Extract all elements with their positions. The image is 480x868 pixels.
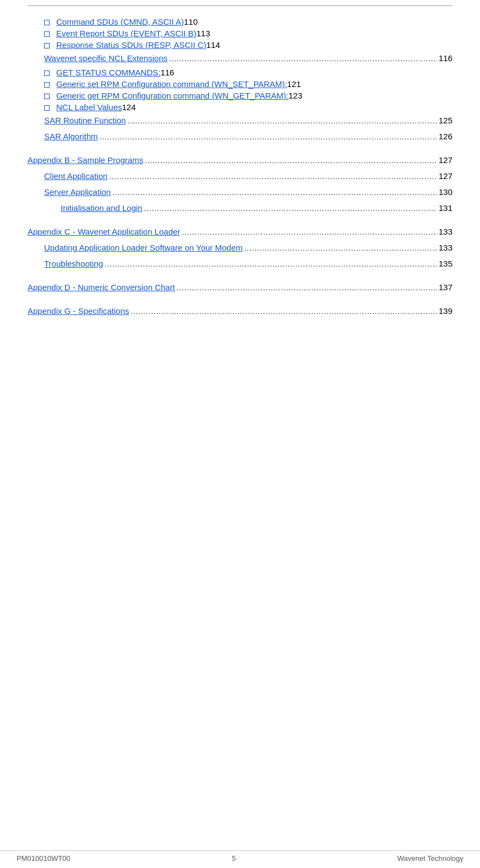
toc-row-event-sdus: Event Report SDUs (EVENT, ASCII B) 113 <box>44 29 452 38</box>
spacer <box>28 273 452 281</box>
toc-link-event-sdus[interactable]: Event Report SDUs (EVENT, ASCII B) <box>56 29 196 38</box>
page-num-wavenet-ncl: 116 <box>439 52 452 65</box>
bullet-icon <box>44 94 50 99</box>
bullet-icon <box>44 43 50 48</box>
page-num-response-sdus: 114 <box>206 40 220 50</box>
toc-row-response-sdus: Response Status SDUs (RESP, ASCII C) 114 <box>44 40 452 50</box>
page-num-generic-set: 121 <box>287 79 301 89</box>
page-num-get-status: 116 <box>160 68 174 77</box>
toc-link-init-login[interactable]: Initialisation and Login <box>61 202 142 215</box>
toc-row-cmd-sdus: Command SDUs (CMND, ASCII A) 110 <box>44 17 452 26</box>
page-num-appendix-d: 137 <box>439 281 452 294</box>
dots <box>109 170 437 183</box>
toc-row-init-login: Initialisation and Login 131 <box>61 202 452 215</box>
page-num-troubleshooting: 135 <box>439 257 452 270</box>
toc-link-troubleshooting[interactable]: Troubleshooting <box>44 257 103 270</box>
bullet-icon <box>44 82 50 88</box>
page-num-ncl-label: 124 <box>122 102 136 112</box>
toc-link-appendix-d[interactable]: Appendix D - Numeric Conversion Chart <box>28 281 175 294</box>
page-num-event-sdus: 113 <box>196 29 210 38</box>
footer-left: PM010010WT00 <box>17 854 71 862</box>
page-num-appendix-b: 127 <box>439 154 452 167</box>
page-num-generic-get: 123 <box>289 91 303 100</box>
toc-link-client-app[interactable]: Client Application <box>44 170 107 183</box>
toc-link-appendix-c[interactable]: Appendix C - Wavenet Application Loader <box>28 225 180 238</box>
toc-row-appendix-c: Appendix C - Wavenet Application Loader … <box>28 225 452 239</box>
toc-link-appendix-b[interactable]: Appendix B - Sample Programs <box>28 154 143 167</box>
page-num-client-app: 127 <box>439 170 452 183</box>
toc-link-generic-set[interactable]: Generic set RPM Configuration command (W… <box>56 79 287 89</box>
dots <box>105 257 437 271</box>
dots <box>244 241 437 255</box>
toc-row-sar-algorithm: SAR Algorithm 126 <box>44 130 452 144</box>
toc-link-updating-app[interactable]: Updating Application Loader Software on … <box>44 241 242 254</box>
toc-row-server-app: Server Application 130 <box>44 186 452 199</box>
toc-link-response-sdus[interactable]: Response Status SDUs (RESP, ASCII C) <box>56 40 206 50</box>
page-num-init-login: 131 <box>439 202 452 215</box>
footer-right: Wavenet Technology <box>397 854 463 862</box>
toc-link-wavenet-ncl[interactable]: Wavenet specific NCL Extensions <box>44 52 168 65</box>
toc-row-appendix-g: Appendix G - Specifications 139 <box>28 305 452 318</box>
page-num-cmd-sdus: 110 <box>184 17 198 26</box>
bullet-icon <box>44 20 50 25</box>
toc-row-troubleshooting: Troubleshooting 135 <box>44 257 452 271</box>
footer-center: 5 <box>232 854 236 862</box>
spacer <box>28 146 452 154</box>
dots <box>131 305 437 318</box>
page-footer: PM010010WT00 5 Wavenet Technology <box>0 850 480 862</box>
toc-link-cmd-sdus[interactable]: Command SDUs (CMND, ASCII A) <box>56 17 184 26</box>
dots <box>182 225 437 239</box>
dots <box>144 202 437 215</box>
top-rule <box>28 6 452 6</box>
toc-row-appendix-b: Appendix B - Sample Programs 127 <box>28 154 452 167</box>
dots <box>177 281 437 295</box>
toc-link-generic-get[interactable]: Generic get RPM Configuration command (W… <box>56 91 289 100</box>
page-num-updating-app: 133 <box>439 241 452 254</box>
toc-row-generic-get: Generic get RPM Configuration command (W… <box>44 91 452 100</box>
dots <box>112 186 437 199</box>
toc-link-appendix-g[interactable]: Appendix G - Specifications <box>28 305 129 318</box>
spacer <box>28 297 452 305</box>
toc-row-sar-routine: SAR Routine Function 125 <box>44 114 452 128</box>
dots <box>169 52 437 66</box>
toc-row-get-status: GET STATUS COMMANDS: 116 <box>44 68 452 77</box>
toc-row-updating-app: Updating Application Loader Software on … <box>44 241 452 255</box>
toc-link-server-app[interactable]: Server Application <box>44 186 111 199</box>
bullet-icon <box>44 31 50 37</box>
page-num-sar-algorithm: 126 <box>439 130 452 143</box>
page-num-server-app: 130 <box>439 186 452 199</box>
toc-row-ncl-label: NCL Label Values 124 <box>44 102 452 112</box>
toc-link-sar-algorithm[interactable]: SAR Algorithm <box>44 130 98 143</box>
toc-link-get-status[interactable]: GET STATUS COMMANDS: <box>56 68 160 77</box>
bullet-icon <box>44 105 50 111</box>
dots <box>145 154 437 167</box>
toc-link-ncl-label[interactable]: NCL Label Values <box>56 102 122 112</box>
toc-row-wavenet-ncl: Wavenet specific NCL Extensions 116 <box>44 52 452 66</box>
dots <box>100 130 437 144</box>
page-content: Command SDUs (CMND, ASCII A) 110 Event R… <box>11 0 469 354</box>
page-num-appendix-g: 139 <box>439 305 452 318</box>
page-num-sar-routine: 125 <box>439 114 452 127</box>
toc-row-appendix-d: Appendix D - Numeric Conversion Chart 13… <box>28 281 452 295</box>
dots <box>127 114 437 128</box>
toc-link-sar-routine[interactable]: SAR Routine Function <box>44 114 126 127</box>
toc-row-client-app: Client Application 127 <box>44 170 452 183</box>
toc-row-generic-set: Generic set RPM Configuration command (W… <box>44 79 452 89</box>
spacer <box>28 218 452 225</box>
bullet-icon <box>44 70 50 76</box>
page-num-appendix-c: 133 <box>439 225 452 238</box>
